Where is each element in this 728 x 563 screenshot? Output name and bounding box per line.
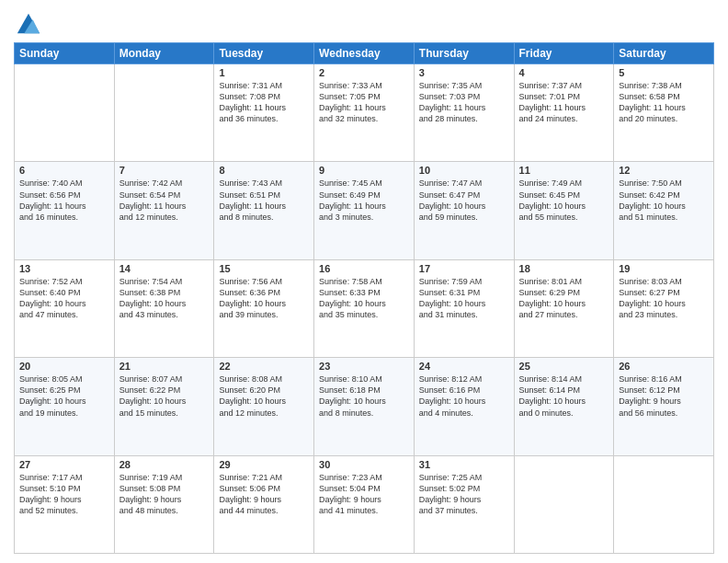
day-number: 21 <box>119 361 210 372</box>
cell-info: Sunrise: 7:21 AM Sunset: 5:06 PM Dayligh… <box>219 472 309 517</box>
day-number: 15 <box>219 263 309 274</box>
calendar-cell <box>114 64 214 162</box>
calendar-cell: 29Sunrise: 7:21 AM Sunset: 5:06 PM Dayli… <box>214 455 314 553</box>
calendar-cell: 28Sunrise: 7:19 AM Sunset: 5:08 PM Dayli… <box>114 455 214 553</box>
day-number: 18 <box>519 263 609 274</box>
calendar-cell: 23Sunrise: 8:10 AM Sunset: 6:18 PM Dayli… <box>314 358 415 455</box>
cell-info: Sunrise: 7:45 AM Sunset: 6:49 PM Dayligh… <box>319 178 409 223</box>
cell-info: Sunrise: 7:54 AM Sunset: 6:38 PM Dayligh… <box>119 276 210 321</box>
calendar-week-row: 13Sunrise: 7:52 AM Sunset: 6:40 PM Dayli… <box>15 259 714 357</box>
calendar-cell: 20Sunrise: 8:05 AM Sunset: 6:25 PM Dayli… <box>15 358 115 455</box>
cell-info: Sunrise: 7:59 AM Sunset: 6:31 PM Dayligh… <box>419 276 509 321</box>
cell-info: Sunrise: 8:14 AM Sunset: 6:14 PM Dayligh… <box>519 373 609 419</box>
calendar-cell: 8Sunrise: 7:43 AM Sunset: 6:51 PM Daylig… <box>214 162 314 259</box>
calendar-table: SundayMondayTuesdayWednesdayThursdayFrid… <box>14 42 714 554</box>
calendar-cell: 17Sunrise: 7:59 AM Sunset: 6:31 PM Dayli… <box>414 259 514 357</box>
day-number: 30 <box>319 459 409 470</box>
weekday-header-cell: Friday <box>514 43 614 64</box>
day-number: 27 <box>19 459 109 470</box>
day-number: 17 <box>419 263 509 274</box>
cell-info: Sunrise: 7:52 AM Sunset: 6:40 PM Dayligh… <box>19 276 109 321</box>
cell-info: Sunrise: 7:33 AM Sunset: 7:05 PM Dayligh… <box>319 80 409 125</box>
day-number: 25 <box>519 361 609 372</box>
calendar-cell: 5Sunrise: 7:38 AM Sunset: 6:58 PM Daylig… <box>614 64 714 162</box>
cell-info: Sunrise: 7:37 AM Sunset: 7:01 PM Dayligh… <box>519 80 609 125</box>
cell-info: Sunrise: 7:49 AM Sunset: 6:45 PM Dayligh… <box>519 178 609 223</box>
weekday-header-cell: Sunday <box>15 43 115 64</box>
day-number: 31 <box>419 459 509 470</box>
day-number: 26 <box>619 361 709 372</box>
calendar-week-row: 27Sunrise: 7:17 AM Sunset: 5:10 PM Dayli… <box>15 455 714 553</box>
calendar-body: 1Sunrise: 7:31 AM Sunset: 7:08 PM Daylig… <box>15 64 714 554</box>
day-number: 2 <box>319 67 409 78</box>
weekday-header-cell: Tuesday <box>214 43 314 64</box>
cell-info: Sunrise: 7:23 AM Sunset: 5:04 PM Dayligh… <box>319 472 409 517</box>
cell-info: Sunrise: 7:19 AM Sunset: 5:08 PM Dayligh… <box>119 472 210 517</box>
day-number: 16 <box>319 263 409 274</box>
cell-info: Sunrise: 8:05 AM Sunset: 6:25 PM Dayligh… <box>19 373 109 419</box>
calendar-cell: 9Sunrise: 7:45 AM Sunset: 6:49 PM Daylig… <box>314 162 415 259</box>
calendar-cell: 1Sunrise: 7:31 AM Sunset: 7:08 PM Daylig… <box>214 64 314 162</box>
calendar-week-row: 6Sunrise: 7:40 AM Sunset: 6:56 PM Daylig… <box>15 162 714 259</box>
weekday-header-cell: Saturday <box>614 43 714 64</box>
day-number: 13 <box>19 263 109 274</box>
calendar-cell: 21Sunrise: 8:07 AM Sunset: 6:22 PM Dayli… <box>114 358 214 455</box>
cell-info: Sunrise: 7:17 AM Sunset: 5:10 PM Dayligh… <box>19 472 109 517</box>
cell-info: Sunrise: 7:58 AM Sunset: 6:33 PM Dayligh… <box>319 276 409 321</box>
calendar-cell: 25Sunrise: 8:14 AM Sunset: 6:14 PM Dayli… <box>514 358 614 455</box>
cell-info: Sunrise: 8:03 AM Sunset: 6:27 PM Dayligh… <box>619 276 709 321</box>
weekday-header-cell: Wednesday <box>314 43 415 64</box>
calendar-cell: 7Sunrise: 7:42 AM Sunset: 6:54 PM Daylig… <box>114 162 214 259</box>
logo-icon <box>16 9 41 35</box>
calendar-cell: 27Sunrise: 7:17 AM Sunset: 5:10 PM Dayli… <box>15 455 115 553</box>
calendar-cell: 22Sunrise: 8:08 AM Sunset: 6:20 PM Dayli… <box>214 358 314 455</box>
calendar-cell: 11Sunrise: 7:49 AM Sunset: 6:45 PM Dayli… <box>514 162 614 259</box>
cell-info: Sunrise: 7:38 AM Sunset: 6:58 PM Dayligh… <box>619 80 709 125</box>
day-number: 11 <box>519 165 609 176</box>
day-number: 1 <box>219 67 309 78</box>
day-number: 29 <box>219 459 309 470</box>
header <box>14 9 714 35</box>
day-number: 12 <box>619 165 709 176</box>
calendar-cell: 19Sunrise: 8:03 AM Sunset: 6:27 PM Dayli… <box>614 259 714 357</box>
weekday-header-row: SundayMondayTuesdayWednesdayThursdayFrid… <box>15 43 714 64</box>
calendar-cell: 4Sunrise: 7:37 AM Sunset: 7:01 PM Daylig… <box>514 64 614 162</box>
calendar-cell: 12Sunrise: 7:50 AM Sunset: 6:42 PM Dayli… <box>614 162 714 259</box>
calendar-cell <box>614 455 714 553</box>
calendar-cell: 30Sunrise: 7:23 AM Sunset: 5:04 PM Dayli… <box>314 455 415 553</box>
day-number: 24 <box>419 361 509 372</box>
cell-info: Sunrise: 8:10 AM Sunset: 6:18 PM Dayligh… <box>319 373 409 419</box>
cell-info: Sunrise: 7:47 AM Sunset: 6:47 PM Dayligh… <box>419 178 509 223</box>
calendar-cell: 13Sunrise: 7:52 AM Sunset: 6:40 PM Dayli… <box>15 259 115 357</box>
cell-info: Sunrise: 7:25 AM Sunset: 5:02 PM Dayligh… <box>419 472 509 517</box>
day-number: 7 <box>119 165 210 176</box>
day-number: 8 <box>219 165 309 176</box>
cell-info: Sunrise: 8:12 AM Sunset: 6:16 PM Dayligh… <box>419 373 509 419</box>
calendar-cell: 10Sunrise: 7:47 AM Sunset: 6:47 PM Dayli… <box>414 162 514 259</box>
day-number: 9 <box>319 165 409 176</box>
cell-info: Sunrise: 8:01 AM Sunset: 6:29 PM Dayligh… <box>519 276 609 321</box>
day-number: 14 <box>119 263 210 274</box>
day-number: 10 <box>419 165 509 176</box>
calendar-cell: 3Sunrise: 7:35 AM Sunset: 7:03 PM Daylig… <box>414 64 514 162</box>
cell-info: Sunrise: 7:50 AM Sunset: 6:42 PM Dayligh… <box>619 178 709 223</box>
logo <box>14 9 41 35</box>
page: SundayMondayTuesdayWednesdayThursdayFrid… <box>0 0 728 563</box>
cell-info: Sunrise: 7:43 AM Sunset: 6:51 PM Dayligh… <box>219 178 309 223</box>
calendar-cell: 18Sunrise: 8:01 AM Sunset: 6:29 PM Dayli… <box>514 259 614 357</box>
calendar-week-row: 20Sunrise: 8:05 AM Sunset: 6:25 PM Dayli… <box>15 358 714 455</box>
day-number: 6 <box>19 165 109 176</box>
calendar-cell: 31Sunrise: 7:25 AM Sunset: 5:02 PM Dayli… <box>414 455 514 553</box>
day-number: 4 <box>519 67 609 78</box>
weekday-header-cell: Monday <box>114 43 214 64</box>
calendar-cell: 26Sunrise: 8:16 AM Sunset: 6:12 PM Dayli… <box>614 358 714 455</box>
cell-info: Sunrise: 8:16 AM Sunset: 6:12 PM Dayligh… <box>619 373 709 419</box>
calendar-week-row: 1Sunrise: 7:31 AM Sunset: 7:08 PM Daylig… <box>15 64 714 162</box>
calendar-cell <box>514 455 614 553</box>
cell-info: Sunrise: 7:35 AM Sunset: 7:03 PM Dayligh… <box>419 80 509 125</box>
day-number: 22 <box>219 361 309 372</box>
weekday-header-cell: Thursday <box>414 43 514 64</box>
calendar-cell: 14Sunrise: 7:54 AM Sunset: 6:38 PM Dayli… <box>114 259 214 357</box>
calendar-cell: 24Sunrise: 8:12 AM Sunset: 6:16 PM Dayli… <box>414 358 514 455</box>
day-number: 19 <box>619 263 709 274</box>
